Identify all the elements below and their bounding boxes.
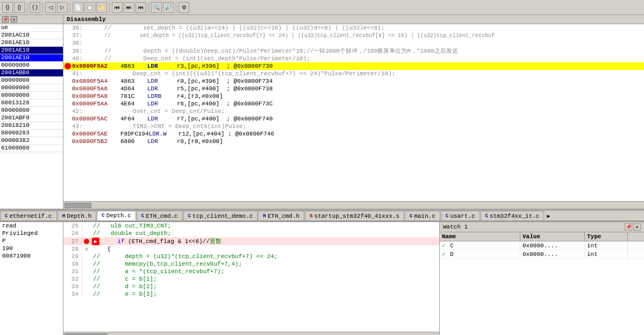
tab-eth-cmd-h[interactable]: H ETH_cmd.h xyxy=(258,211,304,220)
code-line-28: 28 ⊟ { xyxy=(63,245,439,253)
code-panel-container: 25 // ul6 cut_TIM3_CNT; 26 // double cut… xyxy=(63,222,440,335)
toolbar-sep-4 xyxy=(109,3,110,12)
toolbar-btn-nav1[interactable]: ⏮ xyxy=(112,2,123,13)
disasm-line: 39: // depth = ((double)Deep_cnt)/Pulse*… xyxy=(63,47,644,55)
disasm-hscroll[interactable] xyxy=(63,201,644,209)
toolbar-btn-nav2[interactable]: ⏭ xyxy=(124,2,134,13)
code-line-33: 33 // d = b[2]; xyxy=(63,283,439,290)
lower-left-item: read xyxy=(0,222,63,230)
watch-cell-type-2: int xyxy=(585,251,628,258)
breakpoint-dot xyxy=(65,63,71,69)
lower-left-item: 190 xyxy=(0,245,63,252)
disasm-line: 43: TIM3->CNT = Deep_cnt%(int)Pulse; xyxy=(63,123,644,130)
breakpoint xyxy=(84,239,89,244)
watch-panel: Watch 1 📌 ✕ Name Value Type ✓ C xyxy=(440,222,644,335)
watch-cell-value-2: 0x0000.... xyxy=(520,251,585,258)
disasm-line: 0x0800F5A6 4D64 LDR r5,[pc,#400] ; @0x08… xyxy=(63,85,644,92)
lower-left-panel: read Privileged P 190 00871900 xyxy=(0,222,63,335)
code-line-34: 34 // e = b[3]; xyxy=(63,290,439,298)
toolbar-btn-search2[interactable]: 🔎 xyxy=(163,2,174,13)
reg-item: 08013128 xyxy=(0,99,63,107)
reg-item: 2001AC10 xyxy=(0,32,63,39)
tab-label: startup_stm32f40_41xxx.s xyxy=(314,213,399,219)
tab-depth-h[interactable]: H Depth.h xyxy=(58,211,97,220)
tab-eth-cmd[interactable]: C ETH_cmd.c xyxy=(137,211,183,220)
tab-icon-h: H xyxy=(263,213,266,219)
watch-cell-value-1: 0x0000.... xyxy=(520,242,585,250)
toolbar-btn-settings[interactable]: ⚙ xyxy=(178,2,189,13)
disasm-panel: Disassembly 36: // set_depth = ((u32)a<<… xyxy=(63,15,644,209)
tab-label: stm32f4xx_it.c xyxy=(490,213,539,219)
toolbar-btn-forward[interactable]: ▷ xyxy=(57,2,68,13)
toolbar-btn-back[interactable]: ◁ xyxy=(45,2,56,13)
tab-stm32-it[interactable]: C stm32f4xx_it.c xyxy=(481,211,545,220)
code-line-26: 26 // double cut_depth; xyxy=(63,230,439,237)
watch-cell-name-1: ✓ C xyxy=(440,241,520,250)
watch-title: Watch 1 xyxy=(443,224,468,230)
watch-cell-name-2: ✓ D xyxy=(440,250,520,258)
upper-main: 📌 ✕ ue 2001AC10 2001AE10 2001AE10 2001AE… xyxy=(0,15,644,209)
toolbar-btn-doc2[interactable]: 📋 xyxy=(84,2,95,13)
disasm-line: 42: Over_cnt = Deep_cnt/Pulse; xyxy=(63,108,644,115)
tab-overflow-btn[interactable]: ▶ xyxy=(545,212,552,220)
watch-row-2: ✓ D 0x0000.... int xyxy=(440,250,644,259)
tab-tcp-client[interactable]: C tcp_client_demo.c xyxy=(183,211,258,220)
upper-half: 📌 ✕ ue 2001AC10 2001AE10 2001AE10 2001AE… xyxy=(0,15,644,209)
watch-title-bar: Watch 1 📌 ✕ xyxy=(440,222,644,232)
reg-item: 00000000 xyxy=(0,107,63,115)
tab-label: ethernetif.c xyxy=(9,213,52,219)
toolbar-btn-1[interactable]: {} xyxy=(2,2,13,13)
tab-usart[interactable]: C usart.c xyxy=(441,211,480,220)
disasm-content[interactable]: 36: // set_depth = ((u32)a<<24) | ((u32)… xyxy=(63,24,644,201)
tab-label: ETH_cmd.h xyxy=(268,213,299,219)
tab-startup[interactable]: S startup_stm32f40_41xxx.s xyxy=(305,211,404,220)
tab-icon-c: C xyxy=(102,213,104,218)
toolbar-btn-2[interactable]: {} xyxy=(14,2,25,13)
toolbar-btn-nav3[interactable]: ⏮ xyxy=(135,2,146,13)
watch-check-icon: ✓ xyxy=(442,251,446,258)
toolbar-btn-doc3[interactable]: 📁 xyxy=(96,2,107,13)
lower-content: read Privileged P 190 00871900 25 // ul6… xyxy=(0,222,644,335)
code-editor[interactable]: 25 // ul6 cut_TIM3_CNT; 26 // double cut… xyxy=(63,222,439,332)
disasm-line: 36: // set_depth = ((u32)a<<24) | ((u32)… xyxy=(63,24,644,32)
tab-ethernetif[interactable]: C ethernetif.c xyxy=(0,211,57,220)
tab-label: usart.c xyxy=(450,213,475,219)
toolbar-btn-search[interactable]: 🔍 xyxy=(151,2,162,13)
tab-icon-s: S xyxy=(310,213,312,219)
disasm-line: 0x0800F5B2 6800 LDR r0,[r0,#0x00] xyxy=(63,138,644,145)
reg-item: 00000000 xyxy=(0,84,63,92)
tab-label: tcp_client_demo.c xyxy=(192,213,253,219)
code-hscroll[interactable] xyxy=(63,332,439,335)
panel-close-btn[interactable]: ✕ xyxy=(11,16,17,23)
tab-depth-c[interactable]: C Depth.c xyxy=(97,211,136,220)
current-line-arrow: ▶ xyxy=(92,238,99,245)
reg-item: 00000000 xyxy=(0,62,63,69)
toolbar-btn-brace[interactable]: { } xyxy=(30,2,40,13)
watch-close-btn[interactable]: ✕ xyxy=(633,223,641,231)
tab-label: Depth.c xyxy=(106,212,131,219)
tab-icon-c: C xyxy=(5,213,8,219)
code-line-31: 31 // a = *(tcp_client_recvbuf+7); xyxy=(63,268,439,275)
panel-pin-btn[interactable]: 📌 xyxy=(2,16,9,23)
register-panel-header: 📌 ✕ xyxy=(0,15,63,24)
lower-left-item: Privileged xyxy=(0,230,63,237)
tab-icon-c: C xyxy=(141,213,144,219)
disasm-title: Disassembly xyxy=(63,15,644,24)
reg-item-selected: 2001AE10 xyxy=(0,47,63,54)
expand-icon: ⊟ xyxy=(85,246,88,252)
disasm-line: 0x0800F5AA 4E64 LDR r6,[pc,#400] ; @0x08… xyxy=(63,100,644,108)
reg-item: 08000283 xyxy=(0,130,63,137)
watch-pin-btn[interactable]: 📌 xyxy=(625,223,632,231)
tab-icon-c: C xyxy=(410,213,412,219)
toolbar-sep-1 xyxy=(27,3,27,12)
watch-table[interactable]: ✓ C 0x0000.... int ✓ D 0x0000.... int xyxy=(440,241,644,335)
watch-name-text: D xyxy=(450,251,454,258)
watch-name-text: C xyxy=(450,243,454,249)
tab-main[interactable]: C main.c xyxy=(405,211,440,220)
toolbar-btn-doc1[interactable]: 📄 xyxy=(73,2,83,13)
reg-item-selected2: 2001ABB0 xyxy=(0,69,63,77)
code-line-27: 27 ▶ if (ETH_cmd_flag & 1<<6)//置数 xyxy=(63,237,439,245)
watch-col-type: Type xyxy=(585,232,628,241)
tab-icon-h: H xyxy=(62,213,65,219)
tab-label: ETH_cmd.c xyxy=(146,213,177,219)
